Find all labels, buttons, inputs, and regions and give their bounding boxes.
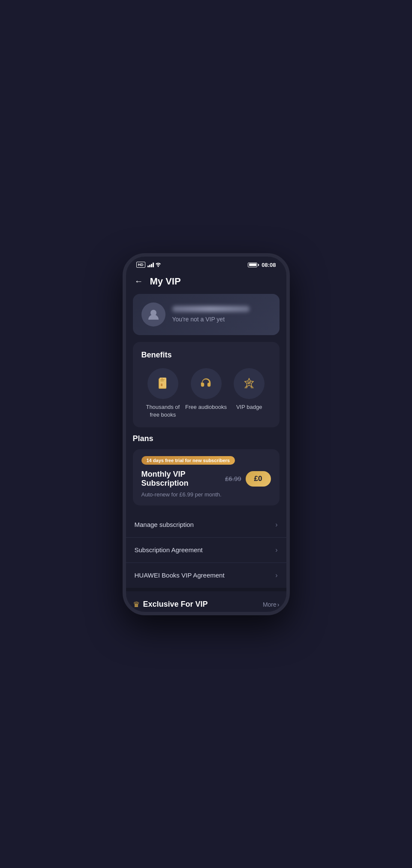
exclusive-title-group: ♛ Exclusive For VIP (133, 600, 208, 609)
exclusive-section: ♛ Exclusive For VIP More › VIP Novela (126, 591, 286, 612)
more-arrow-icon: › (277, 601, 280, 608)
chevron-right-icon: › (275, 521, 277, 529)
phone-screen: HD (126, 257, 286, 612)
plans-title: Plans (133, 434, 280, 443)
menu-label-subscription: Subscription Agreement (135, 546, 203, 553)
avatar (141, 302, 165, 327)
plans-section: Plans 14 days free trial for new subscri… (133, 434, 280, 505)
wifi-icon (155, 262, 161, 268)
benefit-label-audiobooks: Free audiobooks (185, 403, 227, 411)
status-left: HD (136, 262, 161, 268)
plan-pricing: £6.99 £0 (225, 471, 271, 487)
exclusive-title: Exclusive For VIP (143, 600, 208, 609)
menu-label-manage: Manage subscription (135, 521, 194, 528)
divider (126, 588, 286, 591)
profile-status: You're not a VIP yet (172, 316, 225, 323)
status-bar: HD (126, 257, 286, 271)
plan-description: Auto-renew for £6.99 per month. (141, 491, 271, 498)
benefit-item-badge: VIP badge (228, 368, 271, 411)
exclusive-header: ♛ Exclusive For VIP More › (133, 600, 280, 609)
phone-frame: HD (123, 253, 290, 615)
benefit-icon-audiobooks (191, 368, 222, 399)
profile-card: You're not a VIP yet (133, 294, 280, 335)
page-title: My VIP (150, 276, 181, 287)
menu-item-manage[interactable]: Manage subscription › (126, 512, 286, 538)
status-time: 08:08 (262, 262, 276, 268)
trial-badge: 14 days free trial for new subscribers (141, 456, 235, 465)
svg-rect-4 (160, 381, 164, 381)
status-icons (147, 262, 161, 268)
benefit-item-books: Thousands of free books (141, 368, 185, 419)
header: ← My VIP (126, 271, 286, 294)
menu-section: Manage subscription › Subscription Agree… (126, 512, 286, 588)
status-right: 08:08 (248, 262, 276, 268)
benefits-title: Benefits (141, 351, 271, 360)
menu-item-huawei-agreement[interactable]: HUAWEI Books VIP Agreement › (126, 563, 286, 588)
menu-item-subscription-agreement[interactable]: Subscription Agreement › (126, 538, 286, 563)
more-link[interactable]: More › (263, 601, 280, 608)
benefit-label-books: Thousands of free books (141, 403, 185, 419)
chevron-right-icon-2: › (275, 546, 277, 554)
benefit-icon-books (147, 368, 178, 399)
svg-rect-3 (160, 379, 165, 380)
benefits-section: Benefits Thousands of free books (133, 342, 280, 427)
price-button[interactable]: £0 (246, 471, 271, 487)
svg-rect-2 (159, 378, 166, 388)
back-button[interactable]: ← (135, 276, 143, 286)
more-label: More (263, 601, 277, 608)
svg-rect-5 (161, 384, 162, 386)
chevron-right-icon-3: › (275, 572, 277, 579)
plan-name: Monthly VIP Subscription (141, 470, 226, 488)
benefits-grid: Thousands of free books Free audiobooks (141, 368, 271, 419)
profile-info: You're not a VIP yet (172, 306, 271, 323)
plan-row: Monthly VIP Subscription £6.99 £0 (141, 470, 271, 488)
crown-icon: ♛ (133, 600, 140, 609)
signal-bars-icon (147, 262, 154, 267)
battery-icon (248, 263, 259, 267)
hd-label: HD (136, 262, 145, 268)
benefit-item-audiobooks: Free audiobooks (184, 368, 228, 411)
svg-rect-6 (162, 378, 162, 380)
menu-label-huawei: HUAWEI Books VIP Agreement (135, 572, 225, 579)
plan-card: 14 days free trial for new subscribers M… (133, 449, 280, 505)
benefit-label-badge: VIP badge (236, 403, 262, 411)
original-price: £6.99 (225, 475, 241, 482)
profile-name-blurred (172, 306, 250, 312)
benefit-icon-badge (234, 368, 265, 399)
